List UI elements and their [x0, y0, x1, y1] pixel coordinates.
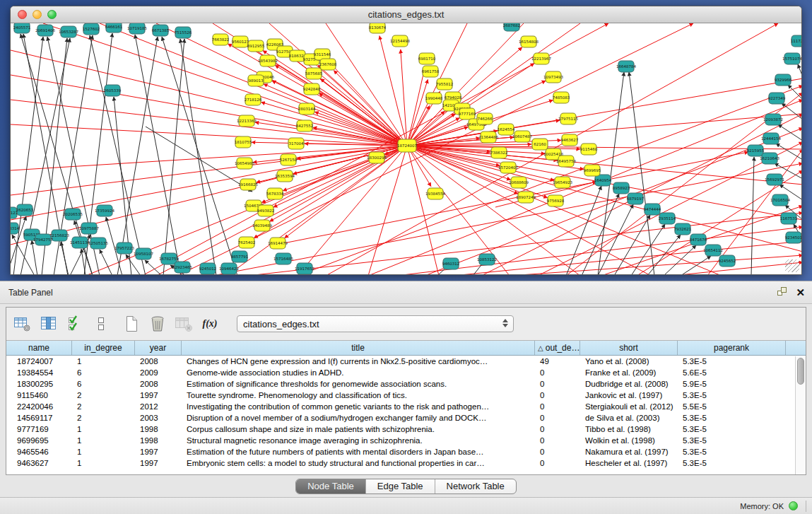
- graph-node[interactable]: 989013: [248, 75, 264, 86]
- graph-node[interactable]: 12213967: [531, 53, 551, 64]
- graph-node[interactable]: 8427552: [296, 120, 314, 132]
- graph-node[interactable]: 62160: [532, 139, 548, 150]
- table-cell[interactable]: Estimation of the future numbers of pati…: [182, 446, 535, 457]
- table-cell[interactable]: 9463627: [6, 457, 72, 469]
- graph-node[interactable]: 2620653: [16, 204, 34, 216]
- graph-node[interactable]: 7386322: [490, 147, 508, 158]
- graph-node[interactable]: 1527602: [83, 23, 100, 35]
- graph-node[interactable]: 7932621: [674, 223, 692, 235]
- column-header-name[interactable]: name: [6, 341, 72, 355]
- graph-node[interactable]: 10946422: [219, 263, 239, 274]
- table-cell[interactable]: Embryonic stem cells: a model to study s…: [182, 457, 535, 469]
- table-cell[interactable]: 5.9E-5: [678, 378, 786, 390]
- graph-node[interactable]: 9115460: [580, 144, 598, 155]
- table-cell[interactable]: 2: [72, 401, 135, 412]
- graph-node[interactable]: 9245652: [719, 255, 736, 267]
- table-cell[interactable]: 6: [72, 378, 135, 390]
- graph-node[interactable]: 8471676: [690, 234, 707, 245]
- table-cell[interactable]: 0: [535, 424, 580, 435]
- table-cell[interactable]: 18300295: [6, 378, 72, 390]
- graph-node[interactable]: 1990448: [425, 93, 443, 104]
- table-cell[interactable]: 5.3E-5: [678, 390, 786, 401]
- graph-node[interactable]: 2367608: [319, 59, 337, 70]
- table-cell[interactable]: Changes of HCN gene expression and I(f) …: [182, 356, 535, 367]
- graph-node[interactable]: 12154498: [390, 35, 410, 47]
- graph-hub-node[interactable]: 18724007: [397, 139, 417, 152]
- table-row[interactable]: 946362711997Embryonic stem cells: a mode…: [6, 457, 806, 469]
- graph-node[interactable]: 12444154: [761, 133, 781, 144]
- table-cell[interactable]: 2012: [135, 401, 182, 412]
- graph-node[interactable]: 1624554: [498, 124, 515, 135]
- graph-node[interactable]: 10653287: [59, 26, 78, 37]
- graph-node[interactable]: 6961758: [422, 66, 440, 77]
- tab-edge-table[interactable]: Edge Table: [366, 479, 435, 493]
- graph-node[interactable]: 6879197: [627, 193, 645, 204]
- table-cell[interactable]: 1: [72, 435, 135, 446]
- graph-node[interactable]: 11917652: [295, 263, 314, 274]
- table-cell[interactable]: Hescheler et al. (1997): [580, 457, 678, 469]
- graph-node[interactable]: 9227349: [768, 93, 786, 104]
- graph-node[interactable]: 9493822: [257, 205, 275, 216]
- graph-node[interactable]: 7955812: [436, 78, 454, 90]
- table-cell[interactable]: Dudbridge et al. (2008): [580, 378, 678, 390]
- graph-node[interactable]: 9756928: [547, 195, 565, 206]
- row-height-icon[interactable]: [92, 315, 110, 332]
- table-cell[interactable]: 6: [72, 367, 135, 378]
- graph-node[interactable]: 17942757: [33, 234, 53, 245]
- graph-node[interactable]: 10607487: [512, 131, 532, 142]
- graph-node[interactable]: 15692971: [765, 174, 784, 185]
- graph-node[interactable]: 2605339: [104, 85, 122, 96]
- table-cell[interactable]: 1997: [135, 390, 182, 401]
- graph-node[interactable]: 9699695: [584, 165, 601, 176]
- graph-node[interactable]: 8912955: [247, 40, 265, 52]
- graph-node[interactable]: 12923465: [172, 262, 192, 273]
- citation-network-graph[interactable]: 2405571206914061065328715276026466161107…: [11, 23, 801, 274]
- graph-node[interactable]: 18300295: [367, 152, 387, 163]
- table-cell[interactable]: 9777169: [6, 424, 72, 435]
- table-cell[interactable]: 5.3E-5: [678, 412, 786, 424]
- tab-node-table[interactable]: Node Table: [296, 479, 366, 493]
- graph-node[interactable]: 9242848: [303, 83, 321, 95]
- graph-node[interactable]: 10719185: [127, 23, 147, 34]
- table-cell[interactable]: Nakamura et al. (1997): [580, 446, 678, 457]
- table-cell[interactable]: Disruption of a novel member of a sodium…: [182, 412, 535, 424]
- graph-node[interactable]: 16495758: [556, 156, 576, 167]
- graph-window-titlebar[interactable]: citations_edges.txt: [11, 6, 801, 23]
- graph-node[interactable]: 16914479: [268, 238, 288, 249]
- graph-node[interactable]: 14039489: [252, 220, 272, 231]
- column-header-title[interactable]: title: [182, 341, 535, 355]
- table-cell[interactable]: Corpus callosum shape and size in male p…: [182, 424, 535, 435]
- table-cell[interactable]: Investigating the contribution of common…: [182, 401, 535, 412]
- graph-node[interactable]: 9474444: [644, 204, 661, 215]
- table-scrollbar-thumb[interactable]: [797, 358, 804, 385]
- zoom-window-button[interactable]: [47, 10, 57, 19]
- column-header-out_de[interactable]: △out_de…: [535, 341, 580, 355]
- graph-node[interactable]: 2935114: [659, 213, 676, 224]
- graph-node[interactable]: 20206535: [63, 209, 83, 220]
- graph-node[interactable]: 9460312: [442, 258, 460, 269]
- graph-node[interactable]: 20691406: [35, 25, 55, 36]
- window-resize-grip[interactable]: [785, 259, 799, 272]
- graph-node[interactable]: 7485083: [553, 92, 570, 103]
- graph-node[interactable]: 16210643: [760, 153, 779, 164]
- table-cell[interactable]: 1998: [135, 435, 182, 446]
- graph-node[interactable]: 8958923: [613, 182, 630, 194]
- graph-node[interactable]: 7625402: [238, 237, 256, 248]
- close-window-button[interactable]: [18, 10, 27, 19]
- graph-node[interactable]: 21364486: [478, 132, 498, 143]
- graph-node[interactable]: 2687682: [503, 23, 521, 31]
- graph-node[interactable]: 16648784: [616, 61, 636, 72]
- graph-node[interactable]: 19384554: [425, 188, 445, 199]
- table-cell[interactable]: 1: [72, 424, 135, 435]
- graph-node[interactable]: 9245012: [199, 263, 217, 274]
- graph-node[interactable]: 9777169: [459, 108, 476, 119]
- new-file-icon[interactable]: [122, 315, 141, 332]
- graph-node[interactable]: 15720407: [498, 162, 518, 173]
- table-cell[interactable]: 22420046: [6, 401, 72, 412]
- graph-node[interactable]: 1898314: [11, 223, 20, 234]
- graph-node[interactable]: 15751074: [782, 53, 801, 64]
- table-cell[interactable]: 18724007: [6, 356, 72, 367]
- table-cell[interactable]: 2003: [135, 412, 182, 424]
- graph-node[interactable]: 10853122: [477, 254, 497, 265]
- delete-table-icon[interactable]: [148, 315, 167, 332]
